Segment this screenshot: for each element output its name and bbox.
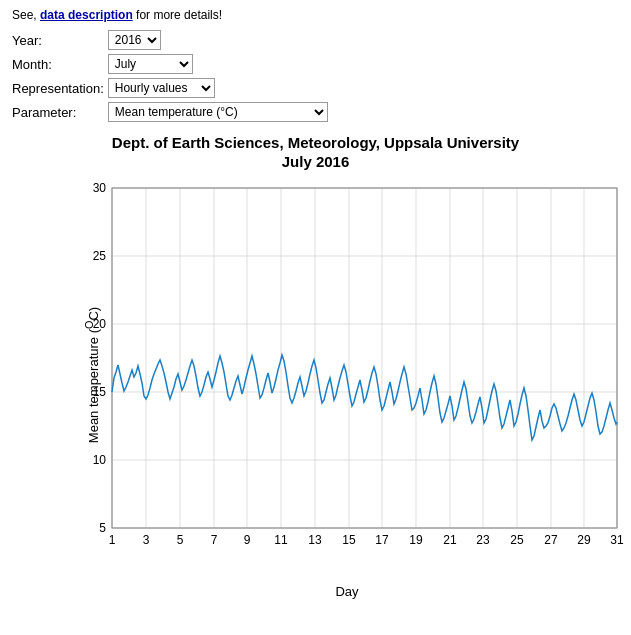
chart-title-line1: Dept. of Earth Sciences, Meteorology, Up… (12, 134, 619, 151)
svg-text:19: 19 (409, 533, 423, 547)
y-axis-label: Mean temperature (OC) (83, 306, 101, 442)
month-select[interactable]: JanuaryFebruaryMarch AprilMayJune JulyAu… (108, 54, 193, 74)
svg-text:25: 25 (510, 533, 524, 547)
top-note: See, data description for more details! (12, 8, 619, 22)
representation-label: Representation: (12, 76, 108, 100)
top-note-prefix: See, (12, 8, 40, 22)
chart-title-line2: July 2016 (12, 153, 619, 170)
year-label: Year: (12, 28, 108, 52)
svg-text:31: 31 (610, 533, 624, 547)
svg-text:10: 10 (93, 453, 107, 467)
svg-text:15: 15 (342, 533, 356, 547)
parameter-select[interactable]: Mean temperature (°C) Max temperature (°… (108, 102, 328, 122)
representation-select[interactable]: Hourly values Daily values Monthly value… (108, 78, 215, 98)
chart-svg: 30 25 20 15 10 5 (62, 178, 631, 568)
svg-text:21: 21 (443, 533, 457, 547)
svg-text:13: 13 (308, 533, 322, 547)
svg-text:5: 5 (177, 533, 184, 547)
svg-rect-0 (112, 188, 617, 528)
svg-text:7: 7 (211, 533, 218, 547)
year-select[interactable]: 2016 2015 2014 2017 2018 (108, 30, 161, 50)
svg-text:30: 30 (93, 181, 107, 195)
data-description-link[interactable]: data description (40, 8, 133, 22)
svg-text:27: 27 (544, 533, 558, 547)
svg-text:9: 9 (244, 533, 251, 547)
form-table: Year: 2016 2015 2014 2017 2018 Month: Ja… (12, 28, 332, 124)
top-note-suffix: for more details! (133, 8, 222, 22)
svg-text:11: 11 (274, 533, 288, 547)
month-label: Month: (12, 52, 108, 76)
parameter-label: Parameter: (12, 100, 108, 124)
svg-text:17: 17 (375, 533, 389, 547)
svg-text:25: 25 (93, 249, 107, 263)
svg-text:29: 29 (577, 533, 591, 547)
svg-text:1: 1 (109, 533, 116, 547)
x-axis-label: Day (335, 584, 358, 599)
svg-text:23: 23 (476, 533, 490, 547)
svg-text:5: 5 (99, 521, 106, 535)
chart-container: Dept. of Earth Sciences, Meteorology, Up… (12, 134, 619, 611)
svg-text:3: 3 (143, 533, 150, 547)
